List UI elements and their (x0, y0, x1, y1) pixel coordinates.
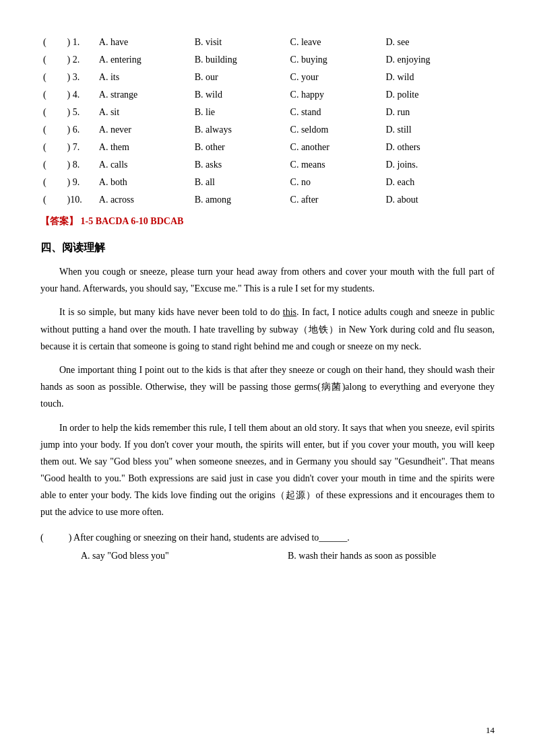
mc-option-D: D. polite (383, 86, 495, 104)
mc-option-B: B. lie (192, 104, 288, 121)
mc-option-A: A. never (96, 121, 192, 139)
mc-option-B: B. wild (192, 86, 288, 104)
reading-para-1: When you cough or sneeze, please turn yo… (40, 263, 495, 297)
mc-paren-open: ( (40, 121, 64, 139)
mc-row: ()10.A. acrossB. amongC. afterD. about (40, 191, 495, 209)
mc-number: ) 9. (64, 174, 96, 191)
mc-option-C: C. after (288, 191, 383, 209)
reading-para-4: In order to help the kids remember this … (40, 419, 495, 521)
page: () 1.A. haveB. visitC. leaveD. see() 2.A… (0, 0, 535, 756)
q1-opt-a: A. say "God bless you" (81, 547, 288, 564)
mc-paren-open: ( (40, 156, 64, 174)
mc-number: ) 3. (64, 69, 96, 86)
reading-para-3: One important thing I point out to the k… (40, 362, 495, 413)
q1-options: A. say "God bless you" B. wash their han… (81, 547, 495, 564)
mc-option-D: D. each (383, 174, 495, 191)
page-number: 14 (486, 725, 495, 736)
mc-number: ) 2. (64, 51, 96, 69)
mc-option-B: B. building (192, 51, 288, 69)
mc-row: () 2.A. enteringB. buildingC. buyingD. e… (40, 51, 495, 69)
mc-option-B: B. visit (192, 34, 288, 51)
mc-option-D: D. about (383, 191, 495, 209)
mc-row: () 3.A. itsB. ourC. yourD. wild (40, 69, 495, 86)
mc-option-A: A. across (96, 191, 192, 209)
mc-option-A: A. them (96, 139, 192, 156)
question-1: ( ) After coughing or sneezing on their … (40, 529, 495, 546)
mc-number: ) 8. (64, 156, 96, 174)
mc-option-C: C. buying (288, 51, 383, 69)
mc-option-D: D. wild (383, 69, 495, 86)
mc-option-B: B. all (192, 174, 288, 191)
mc-option-B: B. among (192, 191, 288, 209)
mc-option-C: C. leave (288, 34, 383, 51)
answer-line: 【答案】 1-5 BACDA 6-10 BDCAB (40, 215, 495, 228)
mc-option-A: A. both (96, 174, 192, 191)
mc-number: ) 1. (64, 34, 96, 51)
mc-paren-open: ( (40, 86, 64, 104)
underlined-this: this (283, 307, 296, 317)
mc-row: () 9.A. bothB. allC. noD. each (40, 174, 495, 191)
mc-number: ) 4. (64, 86, 96, 104)
mc-option-B: B. always (192, 121, 288, 139)
section-title: 四、阅读理解 (40, 241, 495, 255)
mc-option-C: C. another (288, 139, 383, 156)
mc-option-C: C. your (288, 69, 383, 86)
mc-option-A: A. calls (96, 156, 192, 174)
mc-option-C: C. no (288, 174, 383, 191)
mc-number: ) 7. (64, 139, 96, 156)
mc-option-D: D. others (383, 139, 495, 156)
mc-row: () 4.A. strangeB. wildC. happyD. polite (40, 86, 495, 104)
answer-label: 【答案】 (40, 216, 78, 226)
mc-option-A: A. its (96, 69, 192, 86)
mc-option-A: A. strange (96, 86, 192, 104)
mc-option-C: C. stand (288, 104, 383, 121)
mc-option-C: C. means (288, 156, 383, 174)
mc-paren-open: ( (40, 139, 64, 156)
mc-number: ) 5. (64, 104, 96, 121)
mc-number: )10. (64, 191, 96, 209)
reading-paragraphs: When you cough or sneeze, please turn yo… (40, 263, 495, 521)
mc-row: () 5.A. sitB. lieC. standD. run (40, 104, 495, 121)
mc-questions-table: () 1.A. haveB. visitC. leaveD. see() 2.A… (40, 34, 495, 209)
mc-option-A: A. entering (96, 51, 192, 69)
mc-row: () 1.A. haveB. visitC. leaveD. see (40, 34, 495, 51)
mc-option-D: D. see (383, 34, 495, 51)
mc-paren-open: ( (40, 51, 64, 69)
q1-opt-b: B. wash their hands as soon as possible (288, 547, 495, 564)
mc-option-D: D. still (383, 121, 495, 139)
mc-row: () 7.A. themB. otherC. anotherD. others (40, 139, 495, 156)
mc-option-C: C. seldom (288, 121, 383, 139)
mc-option-A: A. sit (96, 104, 192, 121)
mc-row: () 8.A. callsB. asksC. meansD. joins. (40, 156, 495, 174)
mc-option-C: C. happy (288, 86, 383, 104)
mc-option-B: B. asks (192, 156, 288, 174)
mc-option-D: D. joins. (383, 156, 495, 174)
mc-option-B: B. other (192, 139, 288, 156)
q1-paren-close: ) (69, 532, 72, 543)
mc-paren-open: ( (40, 191, 64, 209)
mc-paren-open: ( (40, 174, 64, 191)
mc-option-A: A. have (96, 34, 192, 51)
q1-paren-open: ( (40, 532, 44, 543)
reading-para-2: It is so simple, but many kids have neve… (40, 304, 495, 355)
mc-option-D: D. enjoying (383, 51, 495, 69)
mc-paren-open: ( (40, 34, 64, 51)
mc-paren-open: ( (40, 69, 64, 86)
mc-option-D: D. run (383, 104, 495, 121)
mc-row: () 6.A. neverB. alwaysC. seldomD. still (40, 121, 495, 139)
mc-option-B: B. our (192, 69, 288, 86)
q1-text: After coughing or sneezing on their hand… (73, 532, 350, 543)
mc-number: ) 6. (64, 121, 96, 139)
mc-paren-open: ( (40, 104, 64, 121)
answer-content: 1-5 BACDA 6-10 BDCAB (81, 216, 184, 226)
